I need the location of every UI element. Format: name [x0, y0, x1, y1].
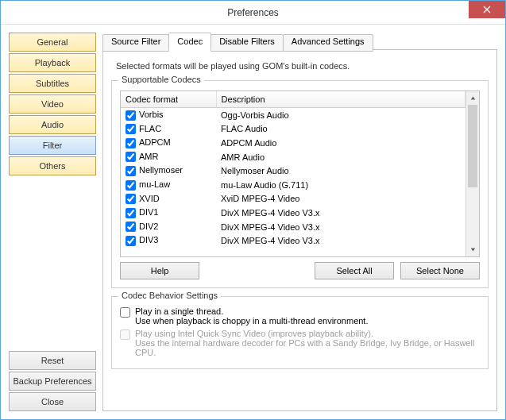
- codec-description: DivX MPEG-4 Video V3.x: [216, 233, 465, 248]
- table-row[interactable]: FLACFLAC Audio: [121, 122, 465, 137]
- scroll-down-button[interactable]: [466, 243, 479, 256]
- codec-description: ADPCM Audio: [216, 136, 465, 150]
- codec-description: Nellymoser Audio: [216, 164, 465, 178]
- codec-format: DIV1: [139, 207, 158, 217]
- preferences-window: Preferences GeneralPlaybackSubtitlesVide…: [0, 0, 506, 420]
- table-row[interactable]: AMRAMR Audio: [121, 150, 465, 164]
- tab-description: Selected formats will be played using GO…: [116, 61, 489, 71]
- codec-checkbox[interactable]: [126, 152, 136, 162]
- codec-format: XVID: [139, 194, 160, 203]
- codec-description: DivX MPEG-4 Video V3.x: [216, 206, 465, 220]
- codec-checkbox[interactable]: [126, 194, 136, 204]
- option-text: Play using Intel Quick Sync Video (impro…: [135, 329, 480, 338]
- codec-checkbox[interactable]: [126, 166, 136, 176]
- window-close-button[interactable]: [469, 1, 505, 18]
- titlebar: Preferences: [1, 1, 505, 25]
- codec-description: DivX MPEG-4 Video V3.x: [216, 220, 465, 234]
- quicksync-option: Play using Intel Quick Sync Video (impro…: [120, 329, 480, 357]
- sidebar-item-subtitles[interactable]: Subtitles: [9, 74, 96, 93]
- codec-checkbox[interactable]: [126, 110, 136, 121]
- codec-format: ADPCM: [139, 137, 171, 147]
- sidebar-item-playback[interactable]: Playback: [9, 53, 96, 72]
- codec-checkbox[interactable]: [126, 236, 136, 246]
- help-button[interactable]: Help: [120, 262, 199, 279]
- scroll-track[interactable]: [466, 105, 479, 243]
- codec-format: Vorbis: [139, 110, 164, 119]
- quicksync-checkbox: [120, 329, 130, 340]
- select-all-button[interactable]: Select All: [315, 262, 394, 279]
- group-title: Supportable Codecs: [118, 75, 204, 84]
- codec-table: Codec format Description VorbisOgg-Vorbi…: [120, 91, 480, 257]
- codec-checkbox[interactable]: [126, 180, 136, 191]
- option-text: Play in a single thread.: [135, 306, 368, 316]
- close-icon: [483, 6, 491, 13]
- scroll-thumb[interactable]: [468, 105, 477, 187]
- table-row[interactable]: DIV2DivX MPEG-4 Video V3.x: [121, 220, 465, 234]
- codec-behavior-group: Codec Behavior Settings Play in a single…: [111, 296, 489, 369]
- select-none-button[interactable]: Select None: [400, 262, 480, 279]
- column-header-description[interactable]: Description: [216, 91, 465, 108]
- codec-description: XviD MPEG-4 Video: [216, 192, 465, 206]
- reset-button[interactable]: Reset: [9, 351, 96, 370]
- sidebar-item-video[interactable]: Video: [9, 94, 96, 114]
- tab-content: Selected formats will be played using GO…: [102, 49, 497, 411]
- close-button[interactable]: Close: [9, 392, 96, 411]
- codec-checkbox[interactable]: [126, 208, 136, 218]
- codec-format: Nellymoser: [139, 165, 183, 175]
- sidebar-item-others[interactable]: Others: [9, 156, 96, 175]
- table-row[interactable]: DIV1DivX MPEG-4 Video V3.x: [121, 206, 465, 220]
- backup-preferences-button[interactable]: Backup Preferences: [9, 372, 96, 391]
- codec-description: AMR Audio: [216, 150, 465, 164]
- single-thread-checkbox[interactable]: [120, 307, 130, 318]
- codec-format: DIV2: [139, 222, 158, 231]
- main-panel: Source FilterCodecDisable FiltersAdvance…: [102, 33, 497, 411]
- codec-format: FLAC: [139, 124, 161, 133]
- window-title: Preferences: [227, 7, 279, 18]
- sidebar-item-audio[interactable]: Audio: [9, 115, 96, 134]
- table-row[interactable]: XVIDXviD MPEG-4 Video: [121, 192, 465, 206]
- column-header-format[interactable]: Codec format: [121, 91, 216, 108]
- sidebar: GeneralPlaybackSubtitlesVideoAudioFilter…: [9, 33, 96, 411]
- single-thread-option: Play in a single thread. Use when playba…: [120, 306, 480, 326]
- table-row[interactable]: DIV3DivX MPEG-4 Video V3.x: [121, 233, 465, 248]
- table-row[interactable]: ADPCMADPCM Audio: [121, 136, 465, 150]
- tab-advanced-settings[interactable]: Advanced Settings: [283, 34, 373, 52]
- table-row[interactable]: VorbisOgg-Vorbis Audio: [121, 108, 465, 122]
- codec-format: DIV3: [139, 235, 158, 245]
- codec-description: FLAC Audio: [216, 122, 465, 137]
- option-text: Use when playback is choppy in a multi-t…: [135, 316, 368, 326]
- codec-format: AMR: [139, 152, 158, 161]
- codec-checkbox[interactable]: [126, 138, 136, 148]
- option-text: Uses the internal hardware decoder for P…: [135, 338, 480, 357]
- scrollbar[interactable]: [465, 91, 479, 256]
- scroll-up-button[interactable]: [466, 91, 479, 105]
- supportable-codecs-group: Supportable Codecs Codec format Descript…: [111, 80, 489, 288]
- codec-checkbox[interactable]: [126, 124, 136, 134]
- codec-checkbox[interactable]: [126, 222, 136, 232]
- codec-format: mu-Law: [139, 179, 170, 189]
- table-row[interactable]: mu-Lawmu-Law Audio (G.711): [121, 178, 465, 192]
- tab-disable-filters[interactable]: Disable Filters: [211, 34, 284, 52]
- tab-codec[interactable]: Codec: [168, 33, 211, 50]
- table-row[interactable]: NellymoserNellymoser Audio: [121, 164, 465, 178]
- sidebar-item-filter[interactable]: Filter: [9, 136, 96, 155]
- tab-source-filter[interactable]: Source Filter: [102, 34, 169, 52]
- codec-description: mu-Law Audio (G.711): [216, 178, 465, 192]
- sidebar-item-general[interactable]: General: [9, 33, 96, 52]
- codec-description: Ogg-Vorbis Audio: [216, 108, 465, 122]
- tab-strip: Source FilterCodecDisable FiltersAdvance…: [102, 33, 497, 50]
- group-title: Codec Behavior Settings: [118, 291, 221, 300]
